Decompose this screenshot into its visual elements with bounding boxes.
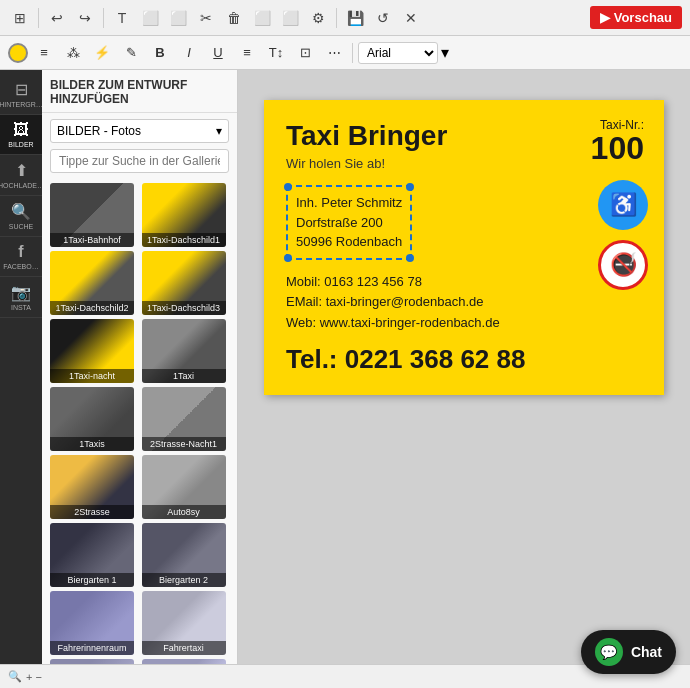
sidebar-item-background[interactable]: ⊟ HINTERGR… xyxy=(0,74,42,115)
list-item[interactable]: 1Taxi-Dachschild1 xyxy=(142,183,226,247)
delete-icon[interactable]: 🗑 xyxy=(222,6,246,30)
list-item[interactable]: Fahrerinnenraum xyxy=(50,591,134,655)
image-label: 1Taxi-Dachschild2 xyxy=(50,301,134,315)
crop-icon[interactable]: ⊡ xyxy=(292,40,318,66)
image-label: Fahrerinnenraum xyxy=(50,641,134,655)
effect-icon[interactable]: ⁂ xyxy=(60,40,86,66)
list-item[interactable]: 1Taxi-Dachschild2 xyxy=(50,251,134,315)
layers-icon[interactable]: ⚙ xyxy=(306,6,330,30)
list-item[interactable]: Biergarten 1 xyxy=(50,523,134,587)
sidebar-item-facebook[interactable]: f FACEBO… xyxy=(0,237,42,277)
pencil-icon[interactable]: ✎ xyxy=(118,40,144,66)
city: 50996 Rodenbach xyxy=(296,232,402,252)
align-left-icon[interactable]: ≡ xyxy=(31,40,57,66)
sidebar: ⊟ HINTERGR… 🖼 BILDER ⬆ HOCHLADE… 🔍 SUCHE… xyxy=(0,70,42,664)
separator xyxy=(103,8,104,28)
image-label: 1Taxis xyxy=(50,437,134,451)
instagram-icon: 📷 xyxy=(11,283,31,302)
close-icon[interactable]: ✕ xyxy=(399,6,423,30)
bold-button[interactable]: B xyxy=(147,40,173,66)
zoom-icon[interactable]: 🔍 xyxy=(8,670,22,683)
list-item[interactable]: 2Strasse xyxy=(50,455,134,519)
taxi-nr-value: 100 xyxy=(591,132,644,164)
duplicate-icon[interactable]: ⬜ xyxy=(250,6,274,30)
list-item[interactable]: 1Taxis xyxy=(50,387,134,451)
color-picker[interactable] xyxy=(8,43,28,63)
image-label: 1Taxi-Dachschild3 xyxy=(142,301,226,315)
sidebar-item-search[interactable]: 🔍 SUCHE xyxy=(0,196,42,237)
font-selector[interactable]: Arial xyxy=(358,42,438,64)
list-item[interactable]: Fahrertaxi xyxy=(142,591,226,655)
image-label: 2Strasse-Nacht1 xyxy=(142,437,226,451)
refresh-icon[interactable]: ↺ xyxy=(371,6,395,30)
text-icon[interactable]: T xyxy=(110,6,134,30)
grid-icon[interactable]: ⊞ xyxy=(8,6,32,30)
main-area: ⊟ HINTERGR… 🖼 BILDER ⬆ HOCHLADE… 🔍 SUCHE… xyxy=(0,70,690,664)
list-item[interactable]: Flughafen1 xyxy=(142,659,226,664)
format-toolbar: ≡ ⁂ ⚡ ✎ B I U ≡ T↕ ⊡ ⋯ Arial ▾ xyxy=(0,36,690,70)
background-icon: ⊟ xyxy=(15,80,28,99)
image-label: Biergarten 2 xyxy=(142,573,226,587)
handle-top-left[interactable] xyxy=(284,183,292,191)
sidebar-item-instagram[interactable]: 📷 INSTA xyxy=(0,277,42,318)
sidebar-label-images: BILDER xyxy=(8,141,33,148)
images-icon: 🖼 xyxy=(13,121,29,139)
handle-bottom-left[interactable] xyxy=(284,254,292,262)
resize-icon[interactable]: T↕ xyxy=(263,40,289,66)
sidebar-label-background: HINTERGR… xyxy=(0,101,43,108)
preview-button[interactable]: ▶ Vorschau xyxy=(590,6,682,29)
redo-icon[interactable]: ↪ xyxy=(73,6,97,30)
list-item[interactable]: 1Taxi-nacht xyxy=(50,319,134,383)
chat-widget[interactable]: 💬 Chat xyxy=(581,630,676,674)
card-icons: ♿ 🚭 xyxy=(598,180,648,290)
cut-icon[interactable]: ✂ xyxy=(194,6,218,30)
eye-icon: ▶ xyxy=(600,10,610,25)
image-label: 1Taxi xyxy=(142,369,226,383)
save-icon[interactable]: 💾 xyxy=(343,6,367,30)
frame-icon[interactable]: ⬜ xyxy=(166,6,190,30)
sidebar-label-search: SUCHE xyxy=(9,223,34,230)
upload-icon: ⬆ xyxy=(15,161,28,180)
separator xyxy=(38,8,39,28)
no-smoking-icon: 🚭 xyxy=(598,240,648,290)
separator xyxy=(336,8,337,28)
contact-block: Mobil: 0163 123 456 78 EMail: taxi-bring… xyxy=(286,272,642,334)
top-toolbar: ⊞ ↩ ↪ T ⬜ ⬜ ✂ 🗑 ⬜ ⬜ ⚙ 💾 ↺ ✕ ▶ Vorschau xyxy=(0,0,690,36)
image-label: 2Strasse xyxy=(50,505,134,519)
list-item[interactable]: Auto8sy xyxy=(142,455,226,519)
gallery-search-input[interactable] xyxy=(50,149,229,173)
dropdown-label: BILDER - Fotos xyxy=(57,124,141,138)
handle-top-right[interactable] xyxy=(406,183,414,191)
list-item[interactable]: 1Taxi-Bahnhof xyxy=(50,183,134,247)
more-icon[interactable]: ⋯ xyxy=(321,40,347,66)
list-item[interactable]: Fahrer TaxiPassag… xyxy=(50,659,134,664)
tagline: Wir holen Sie ab! xyxy=(286,156,642,171)
category-dropdown[interactable]: BILDER - Fotos ▾ xyxy=(50,119,229,143)
image-label: Fahrertaxi xyxy=(142,641,226,655)
underline-button[interactable]: U xyxy=(205,40,231,66)
image-label: Auto8sy xyxy=(142,505,226,519)
mobile: Mobil: 0163 123 456 78 xyxy=(286,272,642,293)
list-item[interactable]: 1Taxi-Dachschild3 xyxy=(142,251,226,315)
sidebar-item-images[interactable]: 🖼 BILDER xyxy=(0,115,42,155)
list-item[interactable]: 1Taxi xyxy=(142,319,226,383)
italic-button[interactable]: I xyxy=(176,40,202,66)
image-panel: BILDER ZUM ENTWURF HINZUFÜGEN BILDER - F… xyxy=(42,70,238,664)
handle-bottom-right[interactable] xyxy=(406,254,414,262)
image-label: Biergarten 1 xyxy=(50,573,134,587)
sidebar-item-upload[interactable]: ⬆ HOCHLADE… xyxy=(0,155,42,196)
image-label: 1Taxi-Dachschild1 xyxy=(142,233,226,247)
address-block: Inh. Peter Schmitz Dorfstraße 200 50996 … xyxy=(286,185,412,260)
list-item[interactable]: 2Strasse-Nacht1 xyxy=(142,387,226,451)
zoom-controls: + − xyxy=(26,671,42,683)
list-item[interactable]: Biergarten 2 xyxy=(142,523,226,587)
undo-icon[interactable]: ↩ xyxy=(45,6,69,30)
canvas-area[interactable]: Taxi-Nr.: 100 Taxi Bringer Wir holen Sie… xyxy=(238,70,690,664)
shape-icon[interactable]: ⬜ xyxy=(138,6,162,30)
curve-icon[interactable]: ⚡ xyxy=(89,40,115,66)
image-label: 1Taxi-nacht xyxy=(50,369,134,383)
chat-label: Chat xyxy=(631,644,662,660)
group-icon[interactable]: ⬜ xyxy=(278,6,302,30)
image-label: 1Taxi-Bahnhof xyxy=(50,233,134,247)
align-center-icon[interactable]: ≡ xyxy=(234,40,260,66)
